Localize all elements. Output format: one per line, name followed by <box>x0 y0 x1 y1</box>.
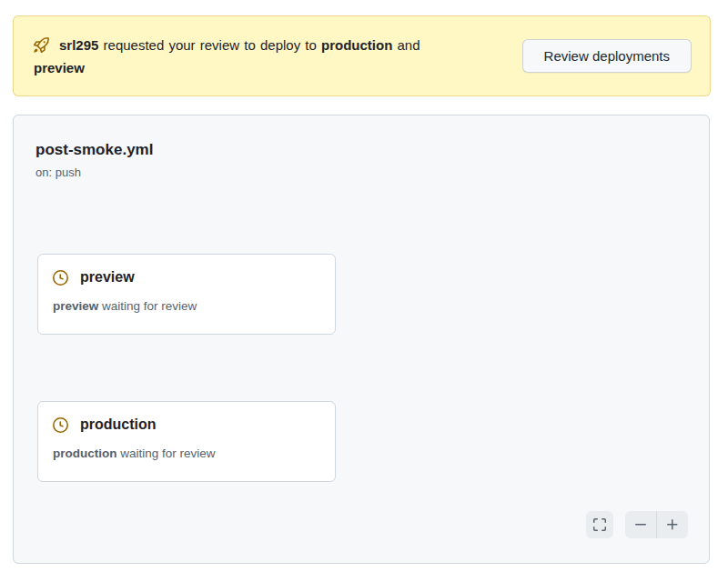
clock-icon <box>53 417 68 433</box>
job-status: preview waiting for review <box>53 298 320 315</box>
job-card-preview[interactable]: preview preview waiting for review <box>37 254 336 335</box>
screen-full-icon <box>592 517 607 532</box>
job-row: preview <box>53 268 320 286</box>
zoom-out-button[interactable] <box>625 511 657 538</box>
review-deployments-button[interactable]: Review deployments <box>522 39 692 73</box>
job-name: preview <box>80 268 135 286</box>
job-status-text: waiting for review <box>98 299 197 313</box>
plus-icon <box>665 517 680 532</box>
workflow-trigger: on: push <box>35 165 153 181</box>
banner-message: srl295 requested your review to deploy t… <box>34 34 474 79</box>
banner-actor: srl295 <box>59 37 98 53</box>
banner-env-production: production <box>321 37 392 53</box>
zoom-control <box>625 511 688 538</box>
job-status: production waiting for review <box>53 446 320 462</box>
fullscreen-button[interactable] <box>586 511 613 538</box>
job-status-env: preview <box>53 299 98 313</box>
job-row: production <box>53 416 320 434</box>
workflow-header: post-smoke.yml on: push <box>35 139 153 181</box>
job-name: production <box>80 416 157 434</box>
rocket-icon <box>34 37 49 53</box>
job-card-production[interactable]: production production waiting for review <box>37 401 336 482</box>
job-status-env: production <box>53 447 117 460</box>
workflow-title: post-smoke.yml <box>35 139 153 161</box>
banner-text-middle: requested your review to deploy to <box>98 37 321 53</box>
deployment-review-banner: srl295 requested your review to deploy t… <box>13 15 711 96</box>
graph-controls <box>586 511 688 538</box>
job-status-text: waiting for review <box>117 447 216 460</box>
banner-env-preview: preview <box>34 60 85 75</box>
clock-icon <box>53 270 68 286</box>
zoom-in-button[interactable] <box>657 511 689 538</box>
banner-conjunction: and <box>392 37 420 53</box>
dash-icon <box>633 517 648 532</box>
workflow-graph-card: post-smoke.yml on: push preview preview … <box>13 115 710 564</box>
